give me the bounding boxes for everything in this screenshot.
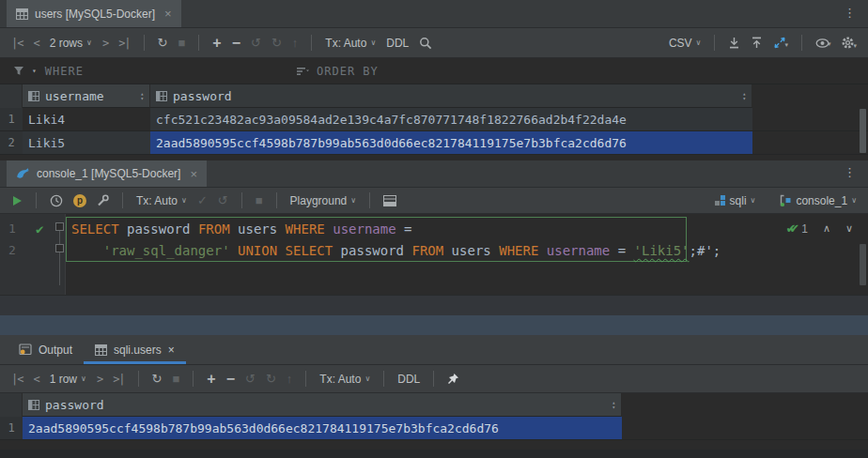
page-size-selector[interactable]: 1 row∨ [50, 373, 86, 386]
commit-icon[interactable]: ✓ [197, 194, 208, 206]
ddl-button[interactable]: DDL [397, 373, 420, 386]
page-size-selector[interactable]: 2 rows∨ [50, 37, 92, 50]
previous-page-button[interactable]: < [33, 373, 39, 386]
vertical-scrollbar[interactable] [860, 109, 866, 153]
vertical-scrollbar[interactable] [860, 244, 866, 285]
tx-mode-label: Tx: Auto [325, 37, 366, 50]
divider [122, 192, 123, 208]
run-icon[interactable] [11, 195, 23, 206]
column-header-password[interactable]: password ▴▾ [150, 84, 752, 108]
submit-changes-icon[interactable]: ↑ [292, 37, 299, 49]
tab-sqli-users-result[interactable]: sqli.users × [84, 335, 186, 364]
view-options-eye-icon[interactable]: ▾ [815, 38, 831, 48]
export-download-icon[interactable] [728, 37, 740, 49]
sql-token: UNION SELECT [238, 243, 333, 258]
last-page-button[interactable]: >| [113, 373, 124, 386]
row-number: 2 [0, 131, 23, 154]
next-statement-icon[interactable]: ∨ [845, 222, 853, 235]
cell-password[interactable]: cfc521c23482ac93a09584ad2e139c4a7fc87077… [150, 108, 752, 130]
tx-mode-selector[interactable]: Tx: Auto∨ [325, 37, 376, 50]
tab-users-table[interactable]: users [MySQL5-Docker] × [7, 0, 181, 27]
tab-console-1[interactable]: console_1 [MySQL5-Docker] × [7, 160, 207, 187]
tab-output[interactable]: Output [8, 335, 84, 364]
reload-changes-icon[interactable]: ↻ [266, 373, 276, 385]
ddl-button[interactable]: DDL [386, 37, 409, 50]
revert-changes-icon[interactable]: ↺ [251, 37, 261, 49]
divider [714, 35, 715, 51]
chevron-down-icon: ∨ [81, 374, 86, 383]
row-filler [752, 131, 868, 154]
order-by-filter-input[interactable]: ORDER BY [297, 65, 379, 78]
previous-page-button[interactable]: < [33, 37, 39, 50]
schema-selector[interactable]: sqli∨ [714, 194, 756, 207]
reload-page-icon[interactable]: ↻ [158, 37, 168, 49]
playground-label: Playground [290, 194, 348, 207]
divider [369, 192, 370, 208]
tx-mode-selector[interactable]: Tx: Auto∨ [319, 373, 370, 386]
compare-data-icon[interactable]: ▾ [773, 37, 788, 49]
next-page-button[interactable]: > [97, 373, 102, 386]
settings-wrench-icon[interactable] [97, 194, 109, 206]
row-number-header [0, 84, 23, 108]
fold-marker-icon[interactable] [55, 244, 64, 252]
more-options-icon[interactable]: ⋮ [844, 166, 856, 179]
chevron-down-icon: ∨ [696, 38, 702, 47]
column-header-password[interactable]: password ▴▾ [23, 393, 622, 417]
add-row-icon[interactable]: + [212, 37, 221, 50]
tx-mode-label: Tx: Auto [319, 373, 361, 386]
sql-editor[interactable]: 1 2 ✔ SELECT password FROM users WHERE u… [0, 214, 868, 295]
session-selector[interactable]: console_1∨ [779, 194, 857, 207]
divider [144, 35, 145, 51]
rollback-icon[interactable]: ↺ [218, 194, 228, 206]
close-icon[interactable]: × [190, 167, 197, 181]
delete-row-icon[interactable]: − [232, 37, 240, 50]
fold-marker-icon[interactable] [55, 222, 64, 231]
cell-username[interactable]: Liki4 [23, 108, 150, 130]
first-page-button[interactable]: |< [11, 37, 23, 50]
chevron-down-icon: ▾ [784, 41, 788, 49]
submit-changes-icon[interactable]: ↑ [287, 373, 293, 385]
previous-statement-icon[interactable]: ∧ [823, 222, 830, 235]
sql-token: username [333, 221, 395, 237]
sort-toggle-icon[interactable]: ▴▾ [612, 400, 615, 409]
cell-password-selected[interactable]: 2aad5890595ccf4598b787b99ab563d0d66ec821… [150, 131, 752, 154]
close-icon[interactable]: × [168, 344, 175, 357]
cell-password-selected[interactable]: 2aad5890595ccf4598b787b99ab563d0d66ec821… [23, 417, 622, 439]
add-row-icon[interactable]: + [207, 373, 215, 386]
tx-mode-selector[interactable]: Tx: Auto∨ [136, 194, 187, 207]
delete-row-icon[interactable]: − [226, 373, 235, 386]
sort-toggle-icon[interactable]: ▴▾ [742, 91, 746, 100]
import-upload-icon[interactable] [751, 37, 763, 49]
sort-toggle-icon[interactable]: ▴▾ [140, 91, 144, 100]
last-page-button[interactable]: >| [118, 37, 130, 50]
page-size-label: 2 rows [50, 37, 83, 50]
table-icon [16, 8, 28, 20]
settings-gear-icon[interactable]: ▾ [841, 36, 857, 50]
reload-changes-icon[interactable]: ↻ [271, 37, 282, 49]
panel-splitter[interactable] [0, 315, 868, 335]
in-editor-results-icon[interactable] [383, 195, 396, 206]
parameters-icon[interactable]: p [73, 194, 86, 207]
pin-tab-icon[interactable] [447, 373, 459, 385]
revert-changes-icon[interactable]: ↺ [245, 373, 256, 385]
export-format-selector[interactable]: CSV∨ [669, 37, 702, 50]
close-icon[interactable]: × [164, 7, 172, 21]
search-icon[interactable] [419, 37, 432, 50]
next-page-button[interactable]: > [102, 37, 108, 50]
stop-icon[interactable]: ■ [172, 373, 179, 385]
playground-mode-selector[interactable]: Playground∨ [290, 194, 357, 207]
first-page-button[interactable]: |< [11, 373, 23, 386]
cell-username[interactable]: Liki5 [23, 131, 150, 154]
stop-icon[interactable]: ■ [178, 37, 185, 49]
divider [198, 35, 199, 51]
where-filter-input[interactable]: ▾ WHERE [0, 65, 84, 78]
tab-title: users [MySQL5-Docker] [35, 8, 155, 21]
more-options-icon[interactable]: ⋮ [844, 7, 856, 20]
reload-page-icon[interactable]: ↻ [152, 373, 163, 385]
stop-icon[interactable]: ■ [256, 194, 263, 206]
divider [36, 192, 37, 208]
divider [276, 192, 277, 208]
column-header-username[interactable]: username ▴▾ [23, 84, 150, 108]
row-number-header [0, 393, 23, 417]
history-clock-icon[interactable] [50, 194, 63, 207]
